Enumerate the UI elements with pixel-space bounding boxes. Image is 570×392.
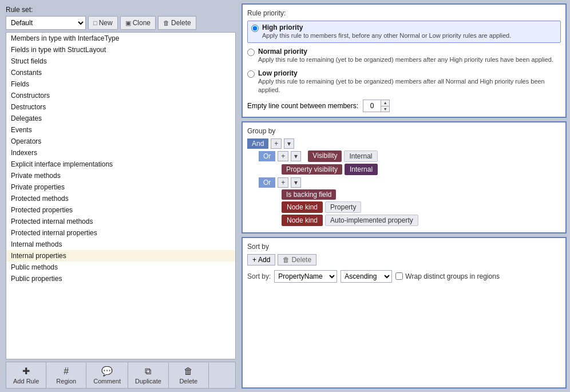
add-rule-button[interactable]: ✚ Add Rule	[6, 362, 46, 388]
and-drop-button[interactable]: ▾	[284, 138, 294, 149]
sort-by-title: Sort by	[247, 243, 561, 251]
list-item[interactable]: Destructors	[6, 101, 235, 113]
list-item[interactable]: Constants	[6, 67, 235, 78]
empty-line-label: Empty line count between members:	[247, 102, 358, 110]
delete-button[interactable]: 🗑 Delete	[158, 16, 196, 30]
duplicate-button[interactable]: ⧉ Duplicate	[128, 363, 169, 388]
delete-label: Delete	[171, 19, 191, 27]
list-item[interactable]: Struct fields	[6, 56, 235, 67]
delete-rule-label: Delete	[179, 378, 197, 385]
clone-icon: ▣	[125, 19, 131, 27]
rule-set-select[interactable]: Default	[6, 16, 86, 30]
internal-tag-2[interactable]: Internal	[345, 164, 378, 175]
list-item[interactable]: Protected methods	[6, 193, 235, 204]
list-item[interactable]: Constructors	[6, 90, 235, 101]
duplicate-label: Duplicate	[135, 378, 161, 385]
list-item[interactable]: Delegates	[6, 113, 235, 124]
and-button[interactable]: And	[247, 138, 268, 149]
list-item[interactable]: Protected internal properties	[6, 227, 235, 239]
or-row-1: Or + ▾ Visibility Internal	[259, 151, 561, 162]
property-visibility-tag[interactable]: Property visibility	[282, 164, 342, 175]
and-add-button[interactable]: +	[271, 138, 282, 149]
new-button[interactable]: □ New	[88, 16, 118, 30]
main-container: Rule set: Default □ New ▣ Clone 🗑 Delete…	[0, 0, 570, 392]
high-priority-option[interactable]: High priority Apply this rule to members…	[247, 21, 561, 43]
list-item[interactable]: Protected internal methods	[6, 216, 235, 227]
is-backing-field-tag[interactable]: Is backing field	[282, 189, 336, 200]
normal-priority-desc: Apply this rule to remaining (yet to be …	[258, 56, 553, 64]
comment-button[interactable]: 💬 Comment	[86, 362, 128, 388]
list-item[interactable]: Internal methods	[6, 239, 235, 250]
node-kind-tag-2[interactable]: Node kind	[282, 215, 323, 226]
or-row-2: Or + ▾	[259, 177, 561, 188]
low-priority-radio[interactable]	[247, 70, 255, 78]
rule-priority-box: Rule priority: High priority Apply this …	[242, 3, 567, 118]
sort-add-icon: +	[252, 256, 256, 264]
bottom-toolbar: ✚ Add Rule # Region 💬 Comment ⧉ Duplicat…	[6, 362, 236, 389]
high-priority-desc: Apply this rule to members first, before…	[262, 31, 511, 40]
internal-tag-1[interactable]: Internal	[344, 151, 377, 162]
comment-icon: 💬	[101, 366, 113, 377]
sort-add-button[interactable]: + Add	[247, 254, 275, 266]
auto-implemented-tag[interactable]: Auto-implemented property	[325, 215, 418, 226]
normal-priority-option[interactable]: Normal priority Apply this rule to remai…	[247, 47, 561, 64]
spin-up[interactable]: ▲	[381, 100, 389, 106]
region-button[interactable]: # Region	[46, 363, 86, 388]
list-item[interactable]: Explicit interface implementations	[6, 159, 235, 170]
or-label-2: Or	[263, 179, 271, 187]
high-priority-label: High priority	[262, 23, 511, 31]
list-item[interactable]: Fields	[6, 78, 235, 90]
or-chev-2: ▾	[294, 179, 298, 187]
sort-delete-button[interactable]: 🗑 Delete	[278, 254, 316, 266]
list-item[interactable]: Fields in type with StructLayout	[6, 44, 235, 56]
wrap-checkbox-label[interactable]: Wrap distinct groups in regions	[395, 272, 500, 280]
add-rule-label: Add Rule	[13, 378, 39, 385]
list-item[interactable]: Events	[6, 124, 235, 136]
list-item[interactable]: Public methods	[6, 262, 235, 273]
or-drop-button-1[interactable]: ▾	[291, 151, 301, 161]
visibility-tag[interactable]: Visibility	[308, 151, 342, 162]
property-tag[interactable]: Property	[325, 201, 361, 213]
backing-field-row: Is backing field	[282, 189, 561, 200]
sort-by-select[interactable]: PropertyName Name Accessibility Kind	[274, 270, 337, 283]
list-item[interactable]: Internal properties	[6, 250, 235, 262]
low-priority-desc: Apply this rule to remaining (yet to be …	[258, 77, 561, 95]
sort-toolbar: + Add 🗑 Delete	[247, 254, 561, 266]
comment-label: Comment	[93, 378, 121, 385]
clone-label: Clone	[133, 19, 151, 27]
rule-list[interactable]: Members in type with InterfaceTypeFields…	[6, 32, 236, 359]
list-item[interactable]: Private properties	[6, 181, 235, 193]
list-item[interactable]: Operators	[6, 136, 235, 147]
or-button-2[interactable]: Or	[259, 177, 275, 188]
or-add-button-2[interactable]: +	[278, 177, 288, 188]
spin-down[interactable]: ▼	[381, 106, 389, 112]
delete-icon: 🗑	[163, 19, 169, 26]
and-label: And	[252, 140, 264, 148]
list-item[interactable]: Protected properties	[6, 204, 235, 216]
node-kind-tag-1[interactable]: Node kind	[282, 201, 323, 213]
rule-priority-title: Rule priority:	[247, 9, 561, 17]
or-button-1[interactable]: Or	[259, 151, 275, 161]
or-drop-button-2[interactable]: ▾	[291, 177, 301, 188]
list-item[interactable]: Public properties	[6, 273, 235, 284]
new-icon: □	[93, 19, 97, 26]
list-item[interactable]: Indexers	[6, 147, 235, 159]
sort-order-select[interactable]: Ascending Descending	[341, 270, 392, 283]
wrap-checkbox[interactable]	[395, 272, 403, 280]
and-add-plus: +	[274, 140, 278, 148]
and-drop-chevron: ▾	[287, 140, 291, 148]
or-chev-1: ▾	[294, 152, 298, 160]
empty-line-row: Empty line count between members: ▲ ▼	[247, 100, 561, 112]
sort-by-box: Sort by + Add 🗑 Delete Sort by: Property…	[242, 237, 567, 389]
high-priority-radio[interactable]	[251, 25, 259, 32]
empty-line-input[interactable]	[363, 100, 381, 112]
normal-priority-radio[interactable]	[247, 49, 255, 56]
list-item[interactable]: Members in type with InterfaceType	[6, 33, 235, 44]
delete-rule-button[interactable]: 🗑 Delete	[169, 363, 209, 388]
list-item[interactable]: Private methods	[6, 170, 235, 181]
clone-button[interactable]: ▣ Clone	[120, 16, 156, 30]
sort-add-label: Add	[258, 256, 270, 264]
or-add-button-1[interactable]: +	[278, 151, 288, 161]
low-priority-option[interactable]: Low priority Apply this rule to remainin…	[247, 69, 561, 95]
sort-delete-icon: 🗑	[283, 256, 290, 264]
